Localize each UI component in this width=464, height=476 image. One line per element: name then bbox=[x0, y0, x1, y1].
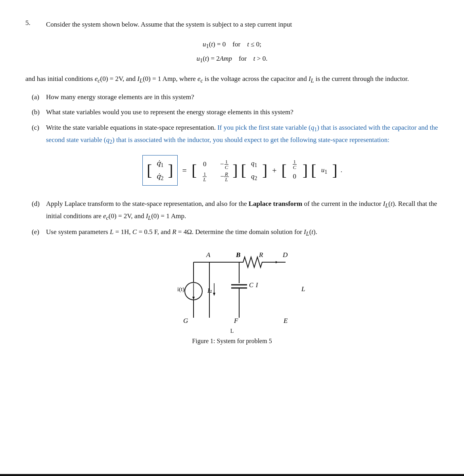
node-A-label: A bbox=[206, 251, 211, 259]
plus-sign: + bbox=[270, 164, 278, 177]
part-c: (c) Write the state variable equations i… bbox=[25, 122, 439, 194]
part-b-text: What state variables would you use to re… bbox=[46, 107, 439, 118]
page: 5. Consider the system shown below. Assu… bbox=[0, 0, 464, 476]
input-vector: [ u1 ] bbox=[311, 163, 337, 178]
current-source-arrowhead bbox=[192, 297, 195, 300]
it-label: i(t) bbox=[177, 286, 184, 293]
circuit-diagram: A B D i(t) L G F E R bbox=[25, 248, 439, 345]
part-e-label: (e) bbox=[25, 226, 46, 238]
wire-right-bot: Figure 1: System for problem 5 bbox=[192, 338, 272, 345]
lhs-matrix: [ q̇1 q̇2 ] bbox=[142, 155, 178, 186]
problem-intro: Consider the system shown below. Assume … bbox=[46, 19, 439, 31]
bottom-bar bbox=[0, 474, 464, 476]
inductor-coil: Figure 1: System for problem 5 bbox=[192, 338, 272, 345]
ground-line1: Figure 1: System for problem 5 bbox=[192, 338, 272, 345]
wire-bottom: Figure 1: System for problem 5 bbox=[192, 338, 272, 345]
resistor-label: R bbox=[259, 251, 263, 259]
problem-number: 5. bbox=[25, 19, 46, 27]
part-c-plain: Write the state variable equations in st… bbox=[46, 124, 217, 131]
I1-label: I₁ bbox=[207, 287, 212, 294]
equations-block: u1(t) = 0 for t ≤ 0; u1(t) = 2Amp for t … bbox=[25, 38, 439, 66]
part-d: (d) Apply Laplace transform to the state… bbox=[25, 198, 439, 223]
part-a: (a) How many energy storage elements are… bbox=[25, 92, 439, 103]
node-F-label: F bbox=[234, 317, 238, 324]
part-c-label: (c) bbox=[25, 122, 46, 194]
initial-conditions: and has initial conditions ec(0) = 2V, a… bbox=[25, 73, 439, 86]
part-d-text: Apply Laplace transform to the state-spa… bbox=[46, 198, 439, 223]
ground-line3: Figure 1: System for problem 5 bbox=[192, 338, 272, 345]
part-b: (b) What state variables would you use t… bbox=[25, 107, 439, 118]
node-G-label: G bbox=[183, 317, 188, 324]
part-c-content: Write the state variable equations in st… bbox=[46, 122, 439, 194]
part-a-label: (a) bbox=[25, 92, 46, 103]
ground-line2: Figure 1: System for problem 5 bbox=[192, 338, 272, 345]
current-arrow bbox=[276, 261, 278, 263]
figure-caption: Figure 1: System for problem 5 bbox=[192, 338, 272, 345]
inductor-symbol: Figure 1: System for problem 5 bbox=[192, 338, 272, 345]
wire-D-ind: Figure 1: System for problem 5 bbox=[192, 334, 272, 345]
node-E-label: E bbox=[283, 317, 288, 324]
equals-sign: = bbox=[181, 164, 188, 177]
eq1: u1(t) = 0 for t ≤ 0; bbox=[25, 38, 439, 52]
circuit-svg: A B D i(t) L G F E R bbox=[149, 248, 315, 328]
cap-label-IL: I bbox=[255, 282, 258, 288]
problem-header: 5. Consider the system shown below. Assu… bbox=[25, 19, 439, 31]
A-matrix: [ 0 −1C 1L −R bbox=[192, 159, 238, 182]
inductor-bumps: Figure 1: System for problem 5 bbox=[192, 338, 272, 345]
dot-period: . bbox=[341, 165, 342, 176]
node-D-label: D bbox=[282, 251, 288, 259]
state-vector: [ q1 q2 ] bbox=[241, 158, 268, 183]
I1-arrowhead bbox=[213, 293, 215, 296]
cap-label-C: C bbox=[249, 282, 253, 288]
part-d-label: (d) bbox=[25, 198, 46, 223]
part-b-label: (b) bbox=[25, 107, 46, 118]
part-e-text: Use system parameters L = 1H, C = 0.5 F,… bbox=[46, 226, 439, 238]
ground-line4: Figure 1: System for problem 5 bbox=[192, 338, 272, 345]
matrix-equation: [ q̇1 q̇2 ] = [ 0 −1C bbox=[46, 155, 439, 186]
part-e: (e) Use system parameters L = 1H, C = 0.… bbox=[25, 226, 439, 238]
part-a-text: How many energy storage elements are in … bbox=[46, 92, 439, 103]
wire-right-top: Figure 1: System for problem 5 bbox=[192, 338, 272, 345]
B-matrix: [ 1C 0 ] bbox=[281, 159, 308, 182]
node-L-label: L bbox=[301, 285, 305, 293]
node-B-label: B bbox=[236, 251, 240, 259]
eq2: u1(t) = 2Amp for t > 0. bbox=[25, 52, 439, 66]
